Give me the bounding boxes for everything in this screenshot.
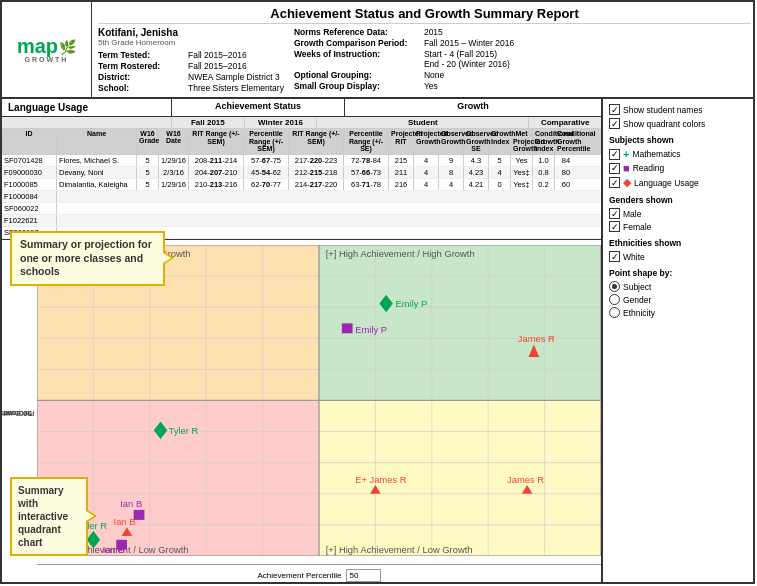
svg-text:E+ James R: E+ James R — [355, 475, 407, 485]
right-sidebar: ✓ Show student names ✓ Show quadrant col… — [602, 99, 755, 584]
row2-pct2: 57-66-73 — [344, 167, 389, 178]
col-obs-growth: Observed Growth — [439, 129, 464, 154]
row3-pct2: 63-71-78 — [344, 179, 389, 190]
quadrant-chart[interactable]: [+] Low Achievement / High Growth [+] Hi… — [37, 245, 601, 556]
row2-rit2: 212-215-218 — [289, 167, 344, 178]
point-shape-gender-label: Gender — [623, 295, 651, 305]
point-shape-ethnicity-label: Ethnicity — [623, 308, 655, 318]
point-shape-subject-label: Subject — [623, 282, 651, 292]
row2-rit1: 204-207-210 — [189, 167, 244, 178]
subject-reading-row: ✓ ■ Reading — [609, 162, 751, 174]
point-shape-gender-row: Gender — [609, 294, 751, 305]
achievement-percentile-input[interactable] — [346, 569, 381, 582]
point-emily-reading[interactable] — [342, 323, 353, 333]
row2-grade: 5 — [137, 167, 159, 178]
row6-rest — [57, 215, 601, 226]
col-rit1: RIT Range (+/-SEM) — [189, 129, 244, 154]
point-shape-subject-radio[interactable] — [609, 281, 620, 292]
weeks-value-2: End - 20 (Winter 2016) — [424, 59, 510, 69]
show-student-names-checkbox[interactable]: ✓ — [609, 104, 620, 115]
show-quadrant-colors-checkbox[interactable]: ✓ — [609, 118, 620, 129]
show-student-names-row: ✓ Show student names — [609, 104, 751, 115]
gender-female-label: Female — [623, 222, 651, 232]
svg-rect-1 — [319, 245, 601, 400]
gender-female-checkbox[interactable]: ✓ — [609, 221, 620, 232]
small-group-row: Small Group Display: Yes — [294, 81, 751, 91]
term-rostered-row: Term Rostered: Fall 2015–2016 — [98, 61, 284, 71]
row1-date: 1/29/16 — [159, 155, 189, 166]
gender-male-checkbox[interactable]: ✓ — [609, 208, 620, 219]
small-group-label: Small Group Display: — [294, 81, 424, 91]
student-header: Student — [317, 117, 529, 128]
row2-growth-idx: 4 — [489, 167, 511, 178]
callout-1-text: Summary or projection for one or more cl… — [20, 238, 152, 277]
row2-name: Devany, Noni — [57, 167, 137, 178]
row3-date: 1/29/16 — [159, 179, 189, 190]
row1-pct1: 57-67-75 — [244, 155, 289, 166]
col-name: Name — [57, 129, 137, 154]
norms-label: Norms Reference Data: — [294, 27, 424, 37]
row3-obs-growth: 4 — [439, 179, 464, 190]
district-value: NWEA Sample District 3 — [188, 72, 280, 82]
point-shape-subject-row: Subject — [609, 281, 751, 292]
col-obs-se: Observed Growth SE — [464, 129, 489, 154]
subject-lang-row: ✓ ◆ Language Usage — [609, 176, 751, 189]
row5-rest — [57, 203, 601, 214]
row5-id: SF060022 — [2, 203, 57, 214]
row1-cgi: 1.0 — [533, 155, 555, 166]
row2-proj-growth: 4 — [414, 167, 439, 178]
growth-text: GROWTH — [25, 56, 69, 63]
school-value: Three Sisters Elementary — [188, 83, 284, 93]
show-quadrant-colors-row: ✓ Show quadrant colors — [609, 118, 751, 129]
row1-name: Flores, Michael S. — [57, 155, 137, 166]
optional-label: Optional Grouping: — [294, 70, 424, 80]
row2-pct1: 45-54-62 — [244, 167, 289, 178]
point-shape-gender-radio[interactable] — [609, 294, 620, 305]
ethnicity-white-row: ✓ White — [609, 251, 751, 262]
col-met: Met Projected Growth — [511, 129, 533, 154]
weeks-row: Weeks of Instruction: Start - 4 (Fall 20… — [294, 49, 751, 69]
ethnicity-white-checkbox[interactable]: ✓ — [609, 251, 620, 262]
callout-1: Summary or projection for one or more cl… — [10, 231, 165, 286]
growth-comp-label: Growth Comparison Period: — [294, 38, 424, 48]
row1-grade: 5 — [137, 155, 159, 166]
subject-math-checkbox[interactable]: ✓ — [609, 149, 620, 160]
table-sub-header: Fall 2015 Winter 2016 Student Comparativ… — [2, 117, 601, 129]
comparative-header: Comparative — [529, 117, 601, 128]
map-logo: map 🌿 — [17, 36, 76, 56]
svg-text:[+] High Achievement / High Gr: [+] High Achievement / High Growth — [326, 250, 475, 260]
col-id: ID — [2, 129, 57, 154]
subject-lang-checkbox[interactable]: ✓ — [609, 177, 620, 188]
point-shape-ethnicity-radio[interactable] — [609, 307, 620, 318]
row3-name: Dimalantia, Kaleigha — [57, 179, 137, 190]
col-pct2: Percentile Range (+/- SE) — [344, 129, 389, 154]
achievement-status-header: Achievement Status — [172, 99, 345, 116]
row4-id: F1000084 — [2, 191, 57, 202]
row2-date: 2/3/16 — [159, 167, 189, 178]
row1-proj-growth: 4 — [414, 155, 439, 166]
row1-proj-rit: 215 — [389, 155, 414, 166]
col-date: W16 Date — [159, 129, 189, 154]
table-row: F1000085 Dimalantia, Kaleigha 5 1/29/16 … — [2, 179, 601, 191]
subject-reading-checkbox[interactable]: ✓ — [609, 163, 620, 174]
row2-met: Yes‡ — [511, 167, 533, 178]
table-row: SF060022 — [2, 203, 601, 215]
term-rostered-label: Term Rostered: — [98, 61, 188, 71]
show-student-names-label: Show student names — [623, 105, 702, 115]
row1-met: Yes — [511, 155, 533, 166]
svg-text:Ian B: Ian B — [120, 500, 142, 510]
point-shape-ethnicity-row: Ethnicity — [609, 307, 751, 318]
col-proj-growth: Projected Growth — [414, 129, 439, 154]
table-row: SF0701428 Flores, Michael S. 5 1/29/16 2… — [2, 155, 601, 167]
leaf-icon: 🌿 — [59, 39, 76, 56]
col-proj-rit: Projected RIT — [389, 129, 414, 154]
row3-grade: 5 — [137, 179, 159, 190]
svg-text:Ian B: Ian B — [114, 517, 136, 527]
row1-id: SF0701428 — [2, 155, 57, 166]
small-group-value: Yes — [424, 81, 438, 91]
row3-rit1: 210-213-216 — [189, 179, 244, 190]
term-tested-label: Term Tested: — [98, 50, 188, 60]
spacer — [2, 117, 172, 128]
row6-id: F1022621 — [2, 215, 57, 226]
row1-rit1: 208-211-214 — [189, 155, 244, 166]
